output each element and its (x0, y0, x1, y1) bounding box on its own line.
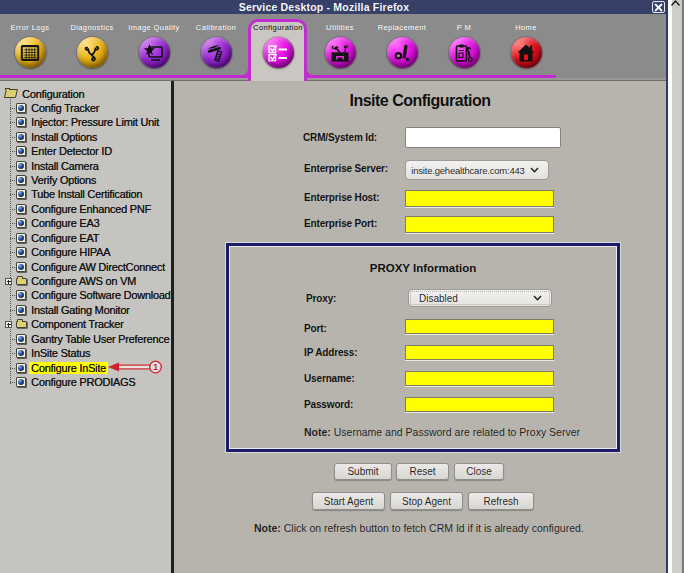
svg-text:1: 1 (153, 362, 158, 372)
